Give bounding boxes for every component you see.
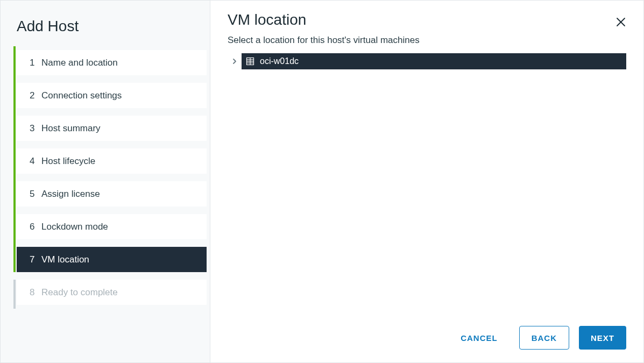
step-label: Host summary — [41, 123, 101, 134]
step-number: 5 — [30, 189, 41, 200]
expand-toggle[interactable] — [228, 57, 242, 66]
step-number: 1 — [30, 58, 41, 68]
step-name-and-location[interactable]: 1 Name and location — [17, 50, 207, 75]
step-number: 3 — [30, 123, 41, 134]
close-button[interactable] — [613, 16, 628, 31]
location-tree: oci-w01dc — [228, 53, 626, 69]
step-number: 4 — [30, 156, 41, 167]
step-number: 2 — [30, 90, 41, 101]
step-ready-to-complete: 8 Ready to complete — [17, 280, 207, 305]
step-connection-settings[interactable]: 2 Connection settings — [17, 83, 207, 108]
close-icon — [616, 16, 626, 30]
step-vm-location[interactable]: 7 VM location — [17, 247, 207, 272]
step-label: Assign license — [41, 189, 100, 200]
step-number: 8 — [30, 287, 41, 298]
wizard-steps: 1 Name and location 2 Connection setting… — [1, 50, 207, 312]
step-assign-license[interactable]: 5 Assign license — [17, 181, 207, 207]
back-button[interactable]: BACK — [519, 326, 569, 350]
step-label: Host lifecycle — [41, 156, 95, 167]
wizard-content: VM location Select a location for this h… — [210, 1, 643, 362]
step-number: 6 — [30, 222, 41, 232]
step-host-lifecycle[interactable]: 4 Host lifecycle — [17, 148, 207, 174]
step-lockdown-mode[interactable]: 6 Lockdown mode — [17, 214, 207, 239]
step-label: Lockdown mode — [41, 222, 108, 232]
wizard-title: Add Host — [1, 13, 207, 50]
step-label: Name and location — [41, 58, 118, 68]
wizard-sidebar: Add Host 1 Name and location 2 Connectio… — [1, 1, 210, 362]
step-number: 7 — [30, 254, 41, 265]
tree-node-label: oci-w01dc — [260, 56, 299, 66]
next-button[interactable]: NEXT — [579, 326, 626, 350]
page-subtitle: Select a location for this host's virtua… — [228, 35, 626, 46]
tree-node-datacenter[interactable]: oci-w01dc — [242, 53, 626, 69]
page-title: VM location — [228, 11, 626, 29]
tree-row: oci-w01dc — [228, 53, 626, 69]
step-label: Ready to complete — [41, 287, 118, 298]
wizard-footer: CANCEL BACK NEXT — [228, 315, 626, 350]
datacenter-icon — [246, 57, 254, 66]
step-host-summary[interactable]: 3 Host summary — [17, 116, 207, 141]
step-label: Connection settings — [41, 90, 122, 101]
step-label: VM location — [41, 254, 89, 265]
cancel-button[interactable]: CANCEL — [449, 326, 509, 350]
chevron-right-icon — [232, 57, 237, 66]
